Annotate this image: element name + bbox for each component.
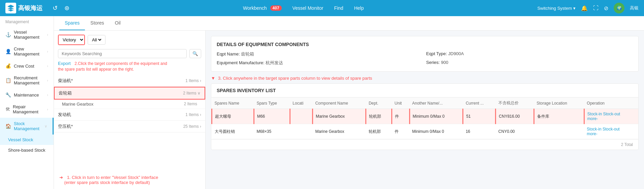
table-row[interactable]: 大号圆柱销 M68×35 Marine Gearbox 轮机部 件 Minimu… — [212, 124, 639, 139]
search-button[interactable]: 🔍 — [189, 49, 201, 58]
sidebar-item-vessel-management[interactable]: ⚓ Vessel Management › — [0, 26, 54, 43]
help-label: Help — [354, 5, 364, 11]
tree-item-gearbox[interactable]: 齿轮箱 2 Items ∨ — [54, 87, 205, 100]
recruit-icon: 📋 — [5, 78, 11, 83]
sidebar-item-recruitment[interactable]: 📋 Recruitment Management › — [0, 72, 54, 89]
bell-icon[interactable]: 🔔 — [581, 5, 588, 11]
manufacture-field: Equipment Manufacture: 杭州发达 — [217, 60, 424, 66]
equipment-details-title: DETAILS OF EQUIPMENT COMPONENTS — [217, 42, 633, 47]
logo-text: 高银海运 — [18, 4, 42, 12]
tree-item-air-compressor[interactable]: 空压机* 25 Items › — [54, 121, 205, 133]
diesel-engine-name: 柴油机* — [58, 78, 73, 84]
sidebar-item-maintenance[interactable]: 🔧 Maintenance › — [0, 89, 54, 101]
main-layout: Management ⚓ Vessel Management › 👤 Crew … — [0, 16, 644, 189]
tab-spares[interactable]: Spares — [59, 16, 85, 30]
sidebar-item-stock-management[interactable]: 🏠 Stock Management ∨ — [0, 118, 54, 135]
person-icon: 👤 — [5, 49, 11, 54]
col-dept: Dept. — [366, 98, 392, 109]
cell-tax-1: CNY816.00 — [496, 109, 534, 124]
spares-inventory-title: SPARES INVENTORY LIST — [211, 84, 638, 98]
filter-dropdown[interactable]: All — [88, 35, 105, 45]
logo: 高银海运 — [5, 3, 46, 13]
stock-in-link-1[interactable]: Stock-in — [587, 112, 602, 116]
nav-find[interactable]: Find — [334, 5, 343, 11]
cell-spars-type-1: M66 — [254, 109, 290, 124]
top-navigation: 高银海运 ↺ ⊛ Workbench 407 Vessel Monitor Fi… — [0, 0, 644, 16]
sidebar-item-repair[interactable]: 🛠 Repair Management › — [0, 101, 54, 118]
cell-another-1: Minimum 0/Max 0 — [409, 109, 463, 124]
vessel-dropdown-wrapper: Victory — [58, 35, 85, 45]
left-panel-toolbar: Victory All — [54, 31, 205, 49]
cell-tax-2: CNY0.00 — [496, 124, 534, 139]
nav-workbench[interactable]: Workbench 407 — [243, 5, 282, 11]
fullscreen-icon[interactable]: ⛶ — [593, 5, 599, 11]
tabs-bar: Spares Stores Oil — [54, 16, 644, 31]
left-panel: Victory All 🔍 Export — [54, 31, 206, 189]
tab-stores[interactable]: Stores — [85, 16, 109, 30]
repair-label: Repair Management — [13, 104, 47, 114]
vessel-dropdown[interactable]: Victory — [59, 35, 84, 44]
content-area: Spares Stores Oil Victory — [54, 16, 644, 189]
total-count: 2 Total — [621, 142, 633, 147]
stock-out-link-1[interactable]: Stock-out — [603, 112, 620, 116]
air-compressor-name: 空压机* — [58, 123, 73, 129]
filter-select[interactable]: All — [91, 37, 102, 43]
col-another-name: Another Name/... — [409, 98, 463, 109]
vessel-stock-label: Vessel Stock — [8, 137, 33, 142]
col-storage-location: Storage Location — [534, 98, 584, 109]
equipment-details: DETAILS OF EQUIPMENT COMPONENTS Eqpt Nam… — [211, 36, 639, 72]
dollar-icon: 💰 — [5, 63, 11, 69]
chevron-right-icon-2: › — [47, 49, 48, 53]
nav-help[interactable]: Help — [354, 5, 364, 11]
nav-refresh-icon[interactable]: ⊛ — [64, 4, 69, 12]
export-link[interactable]: Export — [58, 61, 71, 66]
nav-right: Switching System ▾ 🔔 ⛶ ⊘ 🌍 高银 — [537, 3, 639, 13]
sidebar-item-crew-cost[interactable]: 💰 Crew Cost › — [0, 60, 54, 72]
tree-list: 柴油机* 1 Items › 齿轮箱 2 Items ∨ Marine Gear… — [54, 75, 205, 171]
more-link-2[interactable]: more- — [587, 131, 597, 136]
stock-out-link-2[interactable]: Stock-out — [603, 127, 620, 131]
find-label: Find — [334, 5, 343, 11]
cell-spares-name-1: 超大螺母 — [212, 109, 254, 124]
nav-center: Workbench 407 Vessel Monitor Find Help — [76, 5, 530, 11]
nav-back-icon[interactable]: ↺ — [53, 4, 58, 12]
switching-system-dropdown[interactable]: Switching System ▾ — [537, 6, 576, 11]
spares-table-body: 超大螺母 M66 Marine Gearbox 轮机部 件 Minimum 0/… — [212, 109, 639, 139]
home-icon: 🏠 — [5, 123, 11, 129]
avatar[interactable]: 🌍 — [614, 3, 624, 13]
col-unit: Unit — [392, 98, 409, 109]
gearbox-count: 2 Items ∨ — [183, 91, 201, 96]
annotation-2-text: 2.Click the target components of the equ… — [58, 61, 167, 72]
table-row[interactable]: 超大螺母 M66 Marine Gearbox 轮机部 件 Minimum 0/… — [212, 109, 639, 124]
repair-icon: 🛠 — [5, 107, 10, 112]
arrow-right-icon: ➜ — [59, 175, 63, 180]
tree-item-motor[interactable]: 发动机 1 Items › — [54, 109, 205, 121]
help-circle-icon[interactable]: ⊘ — [604, 5, 608, 11]
col-locati: Locati — [290, 98, 312, 109]
cell-current-2: 16 — [463, 124, 496, 139]
gearbox-name: 齿轮箱 — [59, 90, 72, 96]
inner-layout: Victory All 🔍 Export — [54, 31, 644, 189]
nav-vessel-monitor[interactable]: Vessel Monitor — [293, 5, 324, 11]
tree-item-diesel-engine[interactable]: 柴油机* 1 Items › — [54, 75, 205, 87]
col-spars-type: Spars Type — [254, 98, 290, 109]
diesel-engine-count: 1 Items › — [185, 78, 201, 83]
sidebar-subitem-shore-stock[interactable]: Shore-based Stock — [0, 145, 54, 155]
search-input[interactable] — [58, 49, 187, 58]
workbench-label: Workbench — [243, 5, 267, 11]
tab-oil[interactable]: Oil — [110, 16, 126, 30]
sidebar-item-crew-management[interactable]: 👤 Crew Management › — [0, 43, 54, 60]
bottom-annotation: ➜ 1. Click in turn to enter "Vessel Stoc… — [54, 171, 205, 189]
col-spares-name: Spares Name — [212, 98, 254, 109]
search-row: 🔍 — [54, 49, 205, 61]
tree-subitem-marine-gearbox[interactable]: Marine Gearbox 2 Items — [54, 100, 205, 109]
series-field: Series: 900 — [426, 60, 633, 66]
col-component-name: Component Name — [312, 98, 366, 109]
sidebar-subitem-vessel-stock[interactable]: Vessel Stock — [0, 135, 54, 145]
col-operation: Operation — [584, 98, 638, 109]
more-link-1[interactable]: more- — [587, 116, 598, 121]
stock-in-link-2[interactable]: Stock-in — [587, 127, 601, 131]
management-section-title: Management — [0, 16, 54, 26]
wrench-icon: 🔧 — [5, 92, 11, 98]
cell-storage-2 — [534, 124, 584, 139]
